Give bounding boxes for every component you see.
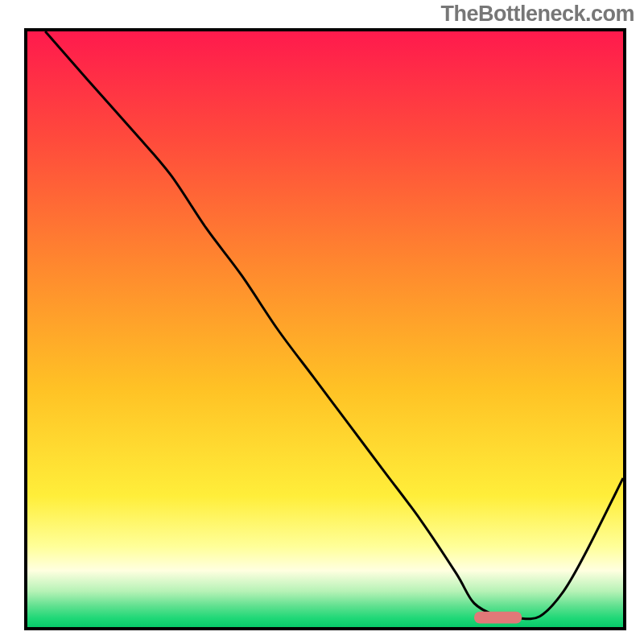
optimal-range-marker xyxy=(474,612,522,624)
gradient-background xyxy=(27,31,623,627)
plot-frame xyxy=(24,28,626,630)
watermark-text: TheBottleneck.com xyxy=(440,2,634,27)
plot-svg xyxy=(27,31,623,627)
chart-container: TheBottleneck.com xyxy=(0,0,644,644)
